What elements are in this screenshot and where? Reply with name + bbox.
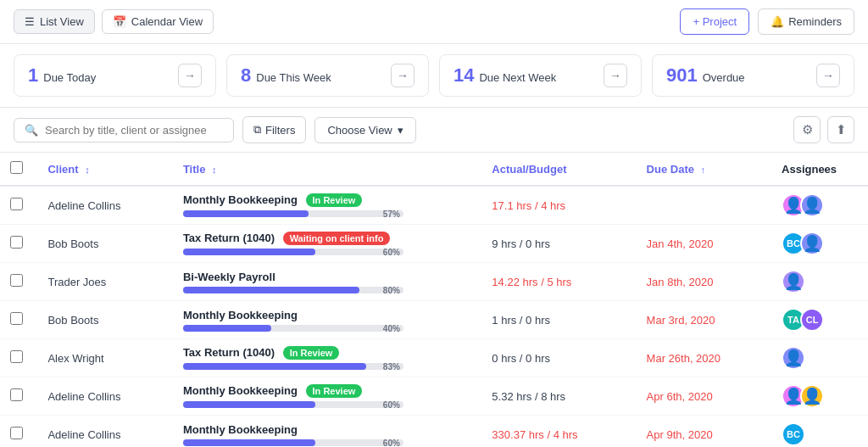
- task-title: Monthly Bookkeeping: [183, 309, 298, 321]
- budget-cell: 14.22 hrs / 5 hrs: [481, 263, 636, 301]
- stat-arrow-btn[interactable]: →: [391, 64, 415, 87]
- calendar-view-btn[interactable]: 📅 Calendar View: [102, 9, 214, 34]
- row-checkbox[interactable]: [10, 274, 23, 287]
- task-title: Tax Return (1040): [183, 232, 275, 244]
- search-icon: 🔍: [25, 124, 38, 137]
- tasks-table: Client ↕ Title ↕ Actual/Budget Due Date …: [0, 153, 868, 447]
- chevron-down-icon: ▾: [398, 124, 403, 137]
- assignees-cell: 👤: [771, 263, 868, 301]
- progress-wrap: 83%: [183, 363, 403, 370]
- assignees-cell: 👤👤: [771, 377, 868, 416]
- row-checkbox[interactable]: [10, 312, 23, 325]
- assignees-wrap: 👤👤: [782, 193, 858, 217]
- row-checkbox[interactable]: [10, 198, 23, 210]
- client-sort-icon: ↕: [85, 165, 90, 175]
- duedate-header[interactable]: Due Date ↑: [637, 153, 771, 186]
- duedate-cell: Jan 4th, 2020: [637, 225, 771, 263]
- stat-card-0[interactable]: 1 Due Today →: [14, 54, 216, 97]
- filter-icon: ⧉: [253, 123, 261, 137]
- status-badge: In Review: [306, 384, 363, 398]
- due-date-value: Apr 6th, 2020: [647, 390, 713, 403]
- stat-arrow-btn[interactable]: →: [178, 64, 202, 87]
- duedate-cell: Apr 9th, 2020: [637, 416, 771, 448]
- row-checkbox-cell[interactable]: [0, 301, 37, 339]
- row-checkbox[interactable]: [10, 388, 23, 401]
- row-checkbox-cell[interactable]: [0, 186, 37, 225]
- list-view-icon: ☰: [25, 15, 35, 28]
- stat-num: 14: [453, 64, 474, 87]
- due-date-value: Mar 26th, 2020: [647, 352, 721, 365]
- row-checkbox[interactable]: [10, 350, 23, 363]
- search-wrap[interactable]: 🔍: [14, 118, 234, 142]
- row-checkbox[interactable]: [10, 427, 23, 439]
- stat-arrow-btn[interactable]: →: [816, 64, 840, 87]
- progress-bar: [183, 363, 366, 370]
- row-checkbox-cell[interactable]: [0, 263, 37, 301]
- assignees-cell: 👤👤: [771, 186, 868, 225]
- calendar-icon: 📅: [113, 15, 126, 28]
- stat-card-2[interactable]: 14 Due Next Week →: [439, 54, 642, 97]
- stats-row: 1 Due Today → 8 Due This Week → 14 Due N…: [0, 44, 868, 108]
- title-cell: Monthly Bookkeeping 40%: [173, 301, 481, 339]
- title-row: Tax Return (1040) Waiting on client info: [183, 232, 471, 245]
- stat-label: Due This Week: [256, 71, 331, 84]
- title-row: Monthly Bookkeeping: [183, 309, 471, 321]
- choose-view-label: Choose View: [327, 124, 392, 137]
- list-view-btn[interactable]: ☰ List View: [14, 9, 95, 34]
- progress-wrap: 60%: [183, 439, 403, 446]
- title-cell: Monthly Bookkeeping In Review 60%: [173, 377, 481, 416]
- table-row: Bob Boots Monthly Bookkeeping 40% 1 hrs …: [0, 301, 868, 339]
- table-header-row: Client ↕ Title ↕ Actual/Budget Due Date …: [0, 153, 868, 186]
- stat-num: 1: [28, 64, 38, 87]
- row-checkbox-cell[interactable]: [0, 225, 37, 263]
- bell-icon: 🔔: [771, 15, 784, 28]
- progress-bar: [183, 439, 315, 446]
- assignees-cell: TACL: [771, 301, 868, 339]
- settings-icon-btn[interactable]: ⚙: [793, 116, 821, 143]
- row-checkbox[interactable]: [10, 236, 23, 249]
- row-checkbox-cell[interactable]: [0, 339, 37, 377]
- progress-bar: [183, 249, 315, 255]
- stat-num: 901: [666, 64, 698, 87]
- gear-icon: ⚙: [802, 122, 813, 137]
- row-checkbox-cell[interactable]: [0, 377, 37, 416]
- row-checkbox-cell[interactable]: [0, 416, 37, 448]
- stat-card-3[interactable]: 901 Overdue →: [652, 54, 854, 97]
- upload-icon-btn[interactable]: ⬆: [827, 116, 854, 143]
- search-input[interactable]: [45, 124, 223, 137]
- table-row: Alex Wright Tax Return (1040) In Review …: [0, 339, 868, 377]
- stat-label: Due Next Week: [479, 71, 556, 84]
- select-all-checkbox[interactable]: [10, 161, 23, 174]
- table-row: Trader Joes Bi-Weekly Payroll 80% 14.22 …: [0, 263, 868, 301]
- stat-arrow-btn[interactable]: →: [604, 64, 627, 87]
- progress-wrap: 60%: [183, 401, 403, 408]
- toolbar-right: ⚙ ⬆: [793, 116, 854, 143]
- choose-view-btn[interactable]: Choose View ▾: [314, 117, 415, 143]
- title-row: Monthly Bookkeeping In Review: [183, 384, 471, 398]
- assignees-wrap: TACL: [782, 308, 858, 332]
- select-all-header[interactable]: [0, 153, 37, 186]
- due-date-value: Apr 9th, 2020: [647, 428, 713, 441]
- budget-cell: 17.1 hrs / 4 hrs: [481, 186, 636, 225]
- project-button[interactable]: + Project: [680, 8, 749, 35]
- top-right-actions: + Project 🔔 Reminders: [680, 8, 854, 35]
- title-cell: Monthly Bookkeeping 60%: [173, 416, 481, 448]
- progress-bar: [183, 401, 315, 408]
- duedate-cell: Jan 8th, 2020: [637, 263, 771, 301]
- reminders-label: Reminders: [788, 15, 842, 28]
- budget-header[interactable]: Actual/Budget: [481, 153, 636, 186]
- filters-btn[interactable]: ⧉ Filters: [242, 116, 306, 143]
- avatar: CL: [800, 308, 824, 332]
- due-date-value: Jan 8th, 2020: [647, 276, 714, 288]
- client-cell: Adeline Collins: [37, 377, 172, 416]
- title-cell: Tax Return (1040) Waiting on client info…: [173, 225, 481, 263]
- client-header[interactable]: Client ↕: [37, 153, 172, 186]
- stat-left: 1 Due Today: [28, 64, 96, 87]
- avatar: 👤: [800, 193, 824, 217]
- client-cell: Bob Boots: [37, 225, 172, 263]
- stat-card-1[interactable]: 8 Due This Week →: [226, 54, 429, 97]
- assignees-cell: 👤: [771, 339, 868, 377]
- client-name: Bob Boots: [47, 237, 98, 250]
- title-header[interactable]: Title ↕: [173, 153, 481, 186]
- reminders-button[interactable]: 🔔 Reminders: [758, 8, 854, 35]
